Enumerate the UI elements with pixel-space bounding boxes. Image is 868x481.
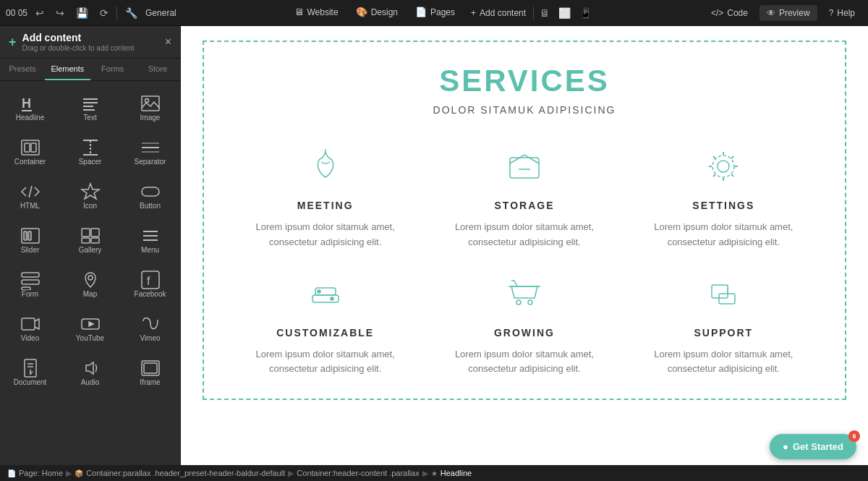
sidebar-item-map[interactable]: Map [60,260,120,305]
sidebar-item-menu[interactable]: Menu [120,216,180,260]
svg-marker-38 [89,322,93,326]
save-button[interactable]: 💾 [72,6,92,20]
nav-add-content-label: Add content [480,8,526,18]
sidebar-item-facebook[interactable]: f Facebook [120,260,180,305]
breadcrumb-bar: 📄 Page: Home ▶ 📦 Container:parallax .hea… [0,465,868,481]
sidebar-item-image[interactable]: Image [120,84,180,128]
svg-rect-22 [28,231,31,240]
services-section: SERVICES DOLOR SITAMUK ADIPISICING MEETI… [204,42,845,399]
meeting-icon [304,145,347,188]
breadcrumb-sep2: ▶ [288,469,294,478]
svg-line-17 [29,186,32,197]
sidebar-item-youtube[interactable]: YouTube [60,305,120,349]
refresh-button[interactable]: ⟳ [96,6,112,20]
growing-name: GROWING [494,327,555,339]
undo-button[interactable]: ↩ [32,6,48,20]
breadcrumb-page[interactable]: Page: Home [19,469,63,477]
separator-label: Separator [135,158,166,166]
get-started-icon: ● [783,441,788,452]
svg-rect-36 [22,318,35,330]
sidebar-item-audio[interactable]: Audio [60,349,120,393]
tablet-btn[interactable]: ⬜ [556,6,574,20]
menu-label: Menu [141,246,159,254]
sidebar-item-video[interactable]: Video [0,305,60,349]
html-label: HTML [20,202,40,210]
preview-button[interactable]: 👁 Preview [760,5,817,21]
headline-icon: H [20,93,41,114]
sidebar-item-slider[interactable]: Slider [0,216,60,260]
svg-point-48 [712,156,734,177]
document-icon [20,358,41,378]
sidebar-item-gallery[interactable]: Gallery [60,216,120,260]
sidebar-item-button[interactable]: Button [120,172,180,216]
customizable-icon [304,272,347,315]
breadcrumb-item1[interactable]: Container:parallax .header_preset-header… [86,469,285,477]
tab-presets[interactable]: Presets [0,59,45,80]
sidebar-header-left: + Add content Drag or double-click to ad… [9,32,135,52]
sidebar-item-html[interactable]: HTML [0,172,60,216]
nav-website[interactable]: 🖥 Website [286,0,347,26]
tab-forms[interactable]: Forms [90,59,135,80]
mobile-btn[interactable]: 📱 [576,6,595,20]
help-button[interactable]: ? Help [822,5,862,21]
svg-rect-24 [91,229,99,237]
customizable-desc: Lorem ipsum dolor sitamuk amet, consecte… [256,347,395,378]
sidebar-item-vimeo[interactable]: Vimeo [120,305,180,349]
services-title: SERVICES [233,64,816,98]
sidebar-item-text[interactable]: Text [60,84,120,128]
spacer-icon [80,137,101,158]
customizable-name: CUSTOMIZABLE [276,327,374,339]
nav-pages-label: Pages [430,7,455,17]
svg-rect-30 [22,273,39,277]
slider-label: Slider [21,246,40,254]
sidebar-item-separator[interactable]: Separator [120,128,180,172]
service-card-support: SUPPORT Lorem ipsum dolor sitamuk amet, … [631,272,816,378]
youtube-label: YouTube [76,334,104,342]
sidebar-item-iframe[interactable]: Iframe [120,349,180,393]
sidebar-item-container[interactable]: Container [0,128,60,172]
gallery-label: Gallery [79,246,102,254]
sidebar-item-icon[interactable]: Icon [60,172,120,216]
sidebar-item-document[interactable]: Document [0,349,60,393]
redo-button[interactable]: ↪ [52,6,68,20]
facebook-icon: f [140,270,161,290]
settings-button[interactable]: 🔧 [122,6,141,20]
breadcrumb-page-icon: 📄 [7,469,16,477]
svg-text:f: f [147,275,150,287]
breadcrumb-item3: Headline [441,469,472,477]
svg-rect-43 [144,363,157,373]
svg-rect-55 [712,285,728,298]
growing-desc: Lorem ipsum dolor sitamuk amet, consecte… [455,347,594,378]
map-icon [80,270,101,290]
storage-name: STORAGE [495,200,555,211]
iframe-label: Iframe [140,378,160,386]
tab-elements[interactable]: Elements [45,59,90,80]
sidebar-item-spacer[interactable]: Spacer [60,128,120,172]
sidebar-item-headline[interactable]: H Headline [0,84,60,128]
sidebar-header: + Add content Drag or double-click to ad… [0,26,180,59]
storage-desc: Lorem ipsum dolor sitamuk amet, consecte… [455,220,594,250]
sidebar-close-button[interactable]: × [165,35,171,48]
svg-rect-34 [142,271,159,289]
tab-store[interactable]: Store [135,59,180,80]
facebook-label: Facebook [135,290,166,298]
design-icon: 🎨 [356,7,367,17]
add-content-plus-icon: + [471,8,476,18]
code-label: Code [727,8,748,18]
breadcrumb-item2[interactable]: Container:header-content .parallax [297,469,419,477]
sidebar-title: Add content [22,32,135,43]
menu-icon [140,226,161,246]
support-name: SUPPORT [694,327,753,339]
svg-point-52 [331,297,333,300]
meeting-desc: Lorem ipsum dolor sitamuk amet, consecte… [256,220,395,250]
code-button[interactable]: </> Code [704,5,755,21]
sidebar-item-form[interactable]: Form [0,260,60,305]
document-label: Document [14,378,47,386]
nav-pages[interactable]: 📄 Pages [407,0,464,26]
get-started-button[interactable]: ● Get Started 6 [770,434,856,459]
svg-rect-9 [25,143,30,152]
desktop-btn[interactable]: 🖥 [537,6,553,20]
nav-add-content[interactable]: + Add content [464,8,533,18]
audio-icon [80,358,101,378]
nav-design[interactable]: 🎨 Design [347,0,407,26]
